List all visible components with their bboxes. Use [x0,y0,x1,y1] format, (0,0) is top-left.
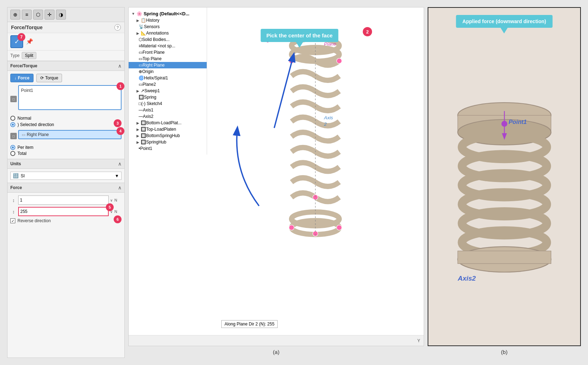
tree-spring[interactable]: 🔲 Spring [129,94,207,100]
tree-root-label: Spring (Default<<D... [144,11,190,16]
units-select[interactable]: 🔢 SI ▼ [10,172,122,180]
tree-bottom-spring-hub[interactable]: ▶ 🔲 BottomSpringHub [129,132,207,139]
toolbar-btn-2[interactable]: ≡ [22,10,32,20]
right-plane-icon: ▭ [139,63,143,68]
tree-axis1[interactable]: — Axis1 [129,107,207,113]
force-content: ↕ ∨ N ↕ ∨ N 5 [7,193,124,226]
per-item-radio[interactable]: Per item [10,145,122,150]
tree-front-plane[interactable]: ▭ Front Plane [129,49,207,56]
force-unit-2: N [114,209,122,214]
badge-7: 7 [17,33,25,41]
help-button[interactable]: ? [114,24,121,31]
plane2-label: Plane2 [143,82,156,87]
toolbar-btn-3[interactable]: ⬡ [33,10,43,20]
origin-label: Origin [142,69,154,74]
material-icon: ≡ [139,43,141,48]
selected-direction-label: ) Selected direction [17,122,54,127]
reverse-checkbox[interactable]: ✓ [10,218,15,223]
point1-text: Point1 [21,88,33,93]
force-row-1: ↕ ∨ N [10,195,122,205]
tree-axis2[interactable]: — Axis2 [129,113,207,120]
top-load-label: Top-LoadPlaten [146,127,176,132]
toolbar-btn-1[interactable]: ⊕ [10,10,20,20]
normal-label: Normal [17,116,31,121]
tree-history[interactable]: ▶ 📋 History [129,17,207,24]
force-arrow-1-icon: ↕ [10,197,17,203]
force-input-2[interactable] [18,207,109,216]
caption-b-label: (b) [501,349,507,355]
svg-point-6 [337,58,342,64]
history-icon: 📋 [141,18,146,23]
spring-hub-arrow: ▶ [136,140,139,144]
force-torque-section: Force/Torque ∧ ↓ Force ⟳ Torque [7,61,124,159]
origin-icon: ⊕ [139,69,142,74]
tree-top-load[interactable]: ▶ 🔲 Top-LoadPlaten [129,126,207,132]
toolbar-btn-5[interactable]: ◑ [56,10,66,20]
tree-solid-bodies[interactable]: ⬡ Solid Bodies... [129,36,207,43]
right-panel: Applied force (downward direction) [428,7,581,358]
tree-annotations[interactable]: ▶ 📐 Annotations [129,30,207,36]
tree-sweep1[interactable]: ▶ ↗ Sweep1 [129,88,207,94]
bottom-load-label: Bottom-LoadPlat... [146,120,181,125]
badge-2: 2 [363,27,372,36]
sketch4-label: (-) Sketch4 [141,101,162,106]
tree-spring-hub[interactable]: ▶ 🔲 SpringHub [129,139,207,145]
point-selection-box[interactable]: Point1 1 [18,85,122,110]
direction-box[interactable]: ▭ Right Plane 4 [18,130,122,139]
tree-origin[interactable]: ⊕ Origin [129,68,207,75]
force-section: Force ∧ ↕ ∨ N ↕ [7,183,124,226]
normal-radio[interactable]: Normal [10,116,122,121]
bottom-load-icon: 🔲 [141,120,146,125]
bottom-spring-hub-arrow: ▶ [136,134,139,138]
top-plane-icon: ▭ [139,56,143,61]
tree-point1[interactable]: • Point1 [129,145,207,152]
helix-label: Helix/Spiral1 [144,75,168,80]
accept-button[interactable]: ✓ 7 [10,35,23,48]
toolbar-btn-4[interactable]: ✛ [45,10,55,20]
svg-point-8 [289,225,294,230]
units-dropdown-icon: ▼ [115,173,119,178]
force-unit-1: N [114,198,122,202]
force-torque-title: Force/Torque [10,63,37,68]
total-radio[interactable]: Total [10,151,122,156]
tree-top-plane[interactable]: ▭ Top Plane [129,56,207,62]
force-torque-content: ↓ Force ⟳ Torque □ Point1 1 [7,71,124,159]
pin-button[interactable]: 📌 [26,38,33,45]
force-input-1[interactable] [18,195,109,205]
tree-sensors[interactable]: 📡 Sensors [129,24,207,30]
selected-direction-radio[interactable]: ) Selected direction 3 [10,122,122,127]
force-collapse-icon[interactable]: ∧ [118,185,122,191]
force-label-text: Along Plane Dir 2 (N): 255 [225,322,274,327]
tree-helix[interactable]: 🌀 Helix/Spiral1 [129,75,207,81]
split-button[interactable]: Split [22,52,36,59]
units-title: Units [10,161,21,166]
spring-visualization: Right Plane Axis 2 [207,7,424,335]
force-arrow-2-icon: ↕ [10,208,17,215]
material-label: Material <not sp... [141,43,175,48]
tree-bottom-load[interactable]: ▶ 🔲 Bottom-LoadPlat... [129,120,207,126]
torque-button[interactable]: ⟳ Torque [36,74,62,82]
direction-group: Normal ) Selected direction 3 [10,116,122,127]
front-plane-icon: ▭ [139,50,143,55]
tree-right-plane[interactable]: ▭ Right Plane [129,62,207,68]
force-label-box: Along Plane Dir 2 (N): 255 [221,320,278,328]
svg-text:Point1: Point1 [509,118,527,125]
helix-icon: 🌀 [139,75,144,80]
left-panel: ⊕ ≡ ⬡ ✛ ◑ Force/Torque ? ✓ 7 📌 [7,7,125,358]
spring-icon: 🌸 [136,11,142,16]
point1-label: Point1 [140,146,152,151]
reverse-row: ✓ Reverse direction 6 [10,218,122,223]
collapse-icon[interactable]: ∧ [118,63,122,69]
badge-3: 3 [114,119,122,127]
radio-dot [12,124,14,126]
tree-material[interactable]: ≡ Material <not sp... [129,43,207,49]
units-collapse-icon[interactable]: ∧ [118,161,122,167]
spring-hub-label: SpringHub [146,140,166,145]
tree-root[interactable]: ▼ 🌸 Spring (Default<<D... [129,10,207,17]
force-button[interactable]: ↓ Force [10,74,33,82]
badge-4: 4 [117,127,124,135]
axis2-label: Axis2 [143,114,153,119]
tree-sketch4[interactable]: □ (-) Sketch4 [129,100,207,107]
toolbar-row: ⊕ ≡ ⬡ ✛ ◑ [7,7,124,22]
tree-plane2[interactable]: ▭ Plane2 [129,81,207,88]
